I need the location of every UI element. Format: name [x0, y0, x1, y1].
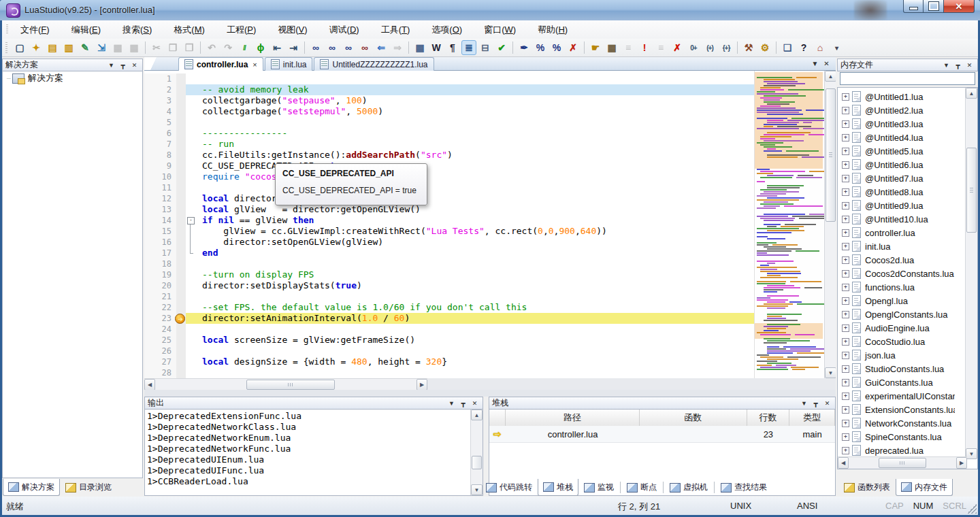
menu-item-O[interactable]: 选项(O)	[425, 22, 468, 38]
code-text[interactable]: -- avoid memory leak	[186, 84, 755, 95]
gutter[interactable]	[176, 106, 186, 117]
editor-vertical-scrollbar[interactable]: ▲ ▼	[824, 71, 836, 378]
gutter[interactable]	[176, 95, 186, 106]
code-text[interactable]	[186, 258, 755, 269]
scroll-right-icon[interactable]: ▶	[416, 379, 427, 390]
tree-expand-icon[interactable]: +	[842, 406, 849, 414]
memory-close-icon[interactable]: ✕	[964, 61, 975, 70]
new-from-template-icon[interactable]: ✦	[29, 40, 44, 55]
memory-file-item[interactable]: +@Untitled3.lua	[838, 117, 955, 131]
memory-file-item[interactable]: +@Untitled1.lua	[838, 90, 955, 103]
gutter[interactable]	[176, 73, 186, 84]
tree-expand-icon[interactable]: +	[842, 175, 849, 182]
file-settings-icon[interactable]: ✎	[78, 40, 93, 55]
code-text[interactable]	[186, 182, 755, 193]
code-text[interactable]: require "cocos.init"	[186, 171, 755, 182]
output-line[interactable]: 1>DeprecatedExtensionFunc.lua	[147, 411, 483, 422]
home-icon[interactable]: ⌂	[813, 40, 828, 55]
output-close-icon[interactable]: ✕	[470, 399, 480, 408]
resize-grip[interactable]	[967, 504, 977, 514]
memory-file-item[interactable]: +experimentalUIConstants.lua	[838, 389, 955, 403]
replace-in-files-icon[interactable]: ∞	[357, 40, 372, 55]
restore-button[interactable]	[924, 0, 944, 13]
gutter[interactable]	[176, 248, 186, 258]
memory-pin-icon[interactable]: ┳	[953, 61, 963, 70]
solution-close-icon[interactable]: ✕	[129, 61, 140, 70]
code-text[interactable]: collectgarbage("setstepmul", 5000)	[186, 106, 755, 117]
breakpoint-toggle-icon[interactable]: !	[637, 40, 652, 55]
tree-expand-icon[interactable]: +	[842, 311, 849, 318]
stack-dropdown-icon[interactable]: ▼	[799, 399, 809, 408]
code-text[interactable]: director:setDisplayStats(true)	[186, 280, 755, 291]
find-icon[interactable]: ∞	[308, 40, 323, 55]
memory-file-item[interactable]: +StudioConstants.lua	[838, 362, 955, 376]
tab-5[interactable]: 查找结果	[715, 479, 772, 496]
solution-dropdown-icon[interactable]: ▼	[106, 61, 116, 70]
nav-forward-icon[interactable]: ⇒	[390, 40, 405, 55]
tab-close-icon[interactable]: ×	[252, 61, 257, 69]
gutter[interactable]	[176, 117, 186, 128]
gutter[interactable]	[176, 128, 186, 139]
macro-stop-icon[interactable]: ✗	[566, 40, 581, 55]
memory-scroll-down-icon[interactable]: ▼	[966, 448, 977, 459]
output-vscroll-thumb[interactable]	[472, 456, 482, 469]
status-line-ending[interactable]: UNIX	[730, 501, 751, 511]
code-text[interactable]	[186, 324, 755, 335]
memory-horizontal-scrollbar[interactable]: ◀ ▶	[838, 456, 967, 469]
stack-col-1[interactable]: 函数	[640, 410, 747, 426]
scroll-up-icon[interactable]: ▲	[825, 71, 836, 82]
show-paragraph-icon[interactable]: ¶	[445, 40, 460, 55]
output-line[interactable]: 1>DeprecatedUIEnum.lua	[147, 454, 483, 465]
output-line[interactable]: 1>DeprecatedNetworkFunc.lua	[147, 444, 483, 454]
memory-file-item[interactable]: +json.lua	[838, 348, 955, 362]
run-to-line-icon[interactable]: ▦	[604, 40, 619, 55]
export-file-icon[interactable]: ⇲	[94, 40, 109, 55]
gutter[interactable]	[176, 324, 186, 335]
code-text[interactable]: local designSize = {width = 480, height …	[186, 356, 755, 367]
indent-icon[interactable]: ⇥	[286, 40, 301, 55]
menu-item-W[interactable]: 窗口(W)	[478, 22, 522, 38]
memory-file-item[interactable]: +Opengl.lua	[838, 294, 955, 307]
tab-0[interactable]: 代码跳转	[480, 479, 538, 496]
tree-expand-icon[interactable]: +	[842, 352, 849, 359]
gutter[interactable]	[176, 356, 186, 367]
find-in-files-icon[interactable]: ∞	[341, 40, 356, 55]
memory-file-item[interactable]: +deprecated.lua	[838, 444, 955, 457]
output-line[interactable]: 1>CCBReaderLoad.lua	[147, 476, 483, 487]
code-text[interactable]: ----------------	[186, 128, 755, 139]
tree-expand-icon[interactable]: +	[842, 324, 849, 332]
code-editor[interactable]: 12-- avoid memory leak3collectgarbage("s…	[144, 71, 836, 378]
output-line[interactable]: 1>DeprecatedNetworkEnum.lua	[147, 433, 483, 444]
output-scroll-up-icon[interactable]: ▲	[471, 410, 483, 420]
memory-file-item[interactable]: +AudioEngine.lua	[838, 321, 955, 335]
save-icon[interactable]: ▦	[110, 40, 125, 55]
menu-item-F[interactable]: 文件(F)	[14, 22, 56, 38]
code-text[interactable]: director:setOpenGLView(glView)	[186, 237, 755, 248]
output-pin-icon[interactable]: ┳	[458, 399, 468, 408]
scroll-left-icon[interactable]: ◀	[144, 379, 155, 390]
memory-file-item[interactable]: +Cocos2d.lua	[838, 253, 955, 267]
menu-item-H[interactable]: 帮助(H)	[532, 22, 574, 38]
code-text[interactable]	[186, 73, 755, 84]
tree-expand-icon[interactable]: +	[842, 243, 849, 250]
nav-back-icon[interactable]: ⇐	[374, 40, 389, 55]
help-icon[interactable]: ?	[796, 40, 811, 55]
output-dropdown-icon[interactable]: ▼	[446, 399, 457, 408]
memory-file-item[interactable]: +@Untitled4.lua	[838, 131, 955, 144]
new-file-icon[interactable]: ▢	[12, 40, 27, 55]
memory-file-item[interactable]: +@Untitled10.lua	[838, 212, 955, 226]
gutter[interactable]	[176, 150, 186, 161]
memory-file-item[interactable]: +@Untitled7.lua	[838, 171, 955, 185]
gutter[interactable]	[176, 367, 186, 378]
stack-close-icon[interactable]: ✕	[822, 399, 832, 408]
tab-1[interactable]: 目录浏览	[60, 479, 117, 496]
memory-file-item[interactable]: +init.lua	[838, 239, 955, 253]
replace-icon[interactable]: ∞	[325, 40, 340, 55]
close-button[interactable]: ✕	[944, 0, 975, 13]
redo-icon[interactable]: ↷	[220, 40, 235, 55]
tree-expand-icon[interactable]: +	[842, 297, 849, 305]
external-tools-icon[interactable]: ⚒	[741, 40, 756, 55]
gutter[interactable]	[176, 161, 186, 171]
stack-col-3[interactable]: 类型	[789, 410, 835, 426]
output-panel-body[interactable]: 1>DeprecatedExtensionFunc.lua1>Deprecate…	[144, 409, 483, 496]
